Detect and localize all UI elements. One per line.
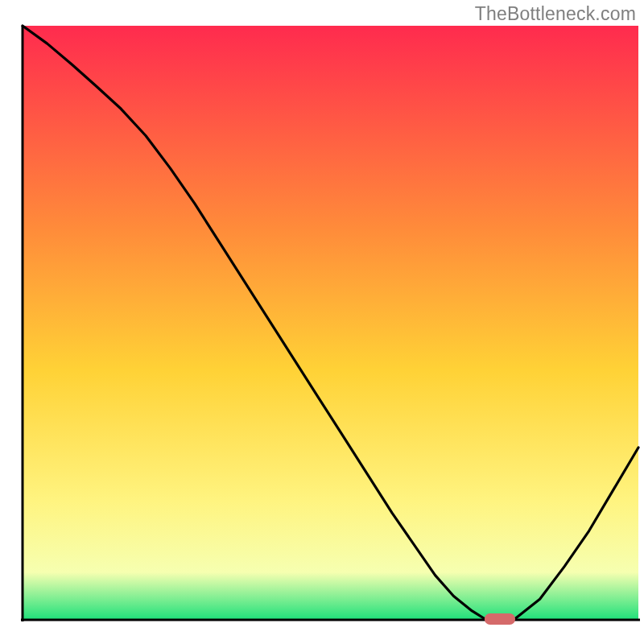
optimal-marker	[485, 613, 515, 625]
gradient-background	[23, 26, 638, 620]
watermark-text: TheBottleneck.com	[475, 3, 636, 25]
bottleneck-chart	[0, 0, 644, 644]
chart-container: { "watermark": "TheBottleneck.com", "col…	[0, 0, 644, 644]
